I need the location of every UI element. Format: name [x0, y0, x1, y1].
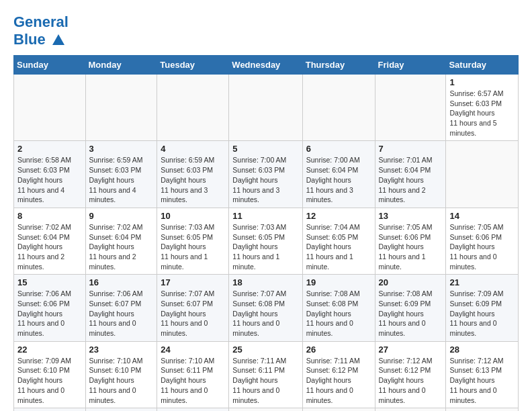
- day-info: Sunrise: 7:09 AMSunset: 6:09 PMDaylight …: [449, 289, 515, 338]
- day-info: Sunrise: 7:07 AMSunset: 6:07 PMDaylight …: [161, 289, 225, 338]
- day-number: 6: [306, 144, 371, 154]
- dow-monday: Monday: [85, 56, 157, 75]
- day-number: 18: [232, 277, 298, 287]
- logo-blue: Blue: [13, 31, 46, 48]
- calendar-cell: 23Sunrise: 7:10 AMSunset: 6:10 PMDayligh…: [85, 341, 157, 408]
- day-info: Sunrise: 7:10 AMSunset: 6:11 PMDaylight …: [161, 356, 225, 405]
- logo: General Blue: [13, 13, 69, 48]
- calendar-cell: 8Sunrise: 7:02 AMSunset: 6:04 PMDaylight…: [14, 208, 86, 274]
- calendar-cell: 17Sunrise: 7:07 AMSunset: 6:07 PMDayligh…: [157, 275, 229, 341]
- day-number: 24: [161, 345, 225, 355]
- calendar-cell: 7Sunrise: 7:01 AMSunset: 6:04 PMDaylight…: [375, 141, 446, 208]
- day-number: 22: [17, 345, 82, 355]
- day-number: 13: [379, 211, 443, 221]
- day-number: 20: [379, 277, 443, 287]
- dow-wednesday: Wednesday: [229, 56, 302, 75]
- day-info: Sunrise: 7:07 AMSunset: 6:08 PMDaylight …: [232, 289, 298, 338]
- day-number: 28: [449, 345, 515, 355]
- week-row-3: 15Sunrise: 7:06 AMSunset: 6:06 PMDayligh…: [14, 275, 519, 341]
- calendar-cell: 30Sunrise: 7:13 AMSunset: 6:14 PMDayligh…: [85, 408, 157, 411]
- day-number: 11: [232, 211, 298, 221]
- day-number: 25: [232, 345, 298, 355]
- svg-marker-0: [52, 34, 64, 45]
- calendar-cell: 20Sunrise: 7:08 AMSunset: 6:09 PMDayligh…: [375, 275, 446, 341]
- calendar-cell: [375, 75, 446, 141]
- week-row-4: 22Sunrise: 7:09 AMSunset: 6:10 PMDayligh…: [14, 341, 519, 408]
- day-number: 2: [17, 144, 82, 154]
- calendar-cell: 9Sunrise: 7:02 AMSunset: 6:04 PMDaylight…: [85, 208, 157, 274]
- calendar-cell: [302, 75, 375, 141]
- calendar-cell: 28Sunrise: 7:12 AMSunset: 6:13 PMDayligh…: [446, 341, 519, 408]
- week-row-1: 2Sunrise: 6:58 AMSunset: 6:03 PMDaylight…: [14, 141, 519, 208]
- calendar-cell: [157, 75, 229, 141]
- week-row-2: 8Sunrise: 7:02 AMSunset: 6:04 PMDaylight…: [14, 208, 519, 274]
- day-info: Sunrise: 7:03 AMSunset: 6:05 PMDaylight …: [232, 222, 298, 271]
- day-info: Sunrise: 7:12 AMSunset: 6:12 PMDaylight …: [379, 356, 443, 405]
- day-info: Sunrise: 7:05 AMSunset: 6:06 PMDaylight …: [379, 222, 443, 271]
- day-number: 19: [306, 277, 371, 287]
- day-number: 5: [232, 144, 298, 154]
- calendar-cell: 11Sunrise: 7:03 AMSunset: 6:05 PMDayligh…: [229, 208, 302, 274]
- dow-tuesday: Tuesday: [157, 56, 229, 75]
- day-info: Sunrise: 7:03 AMSunset: 6:05 PMDaylight …: [161, 222, 225, 271]
- calendar-cell: [302, 408, 375, 411]
- day-info: Sunrise: 7:06 AMSunset: 6:07 PMDaylight …: [89, 289, 154, 338]
- calendar-table: SundayMondayTuesdayWednesdayThursdayFrid…: [13, 55, 519, 411]
- day-number: 9: [89, 211, 154, 221]
- calendar-cell: 18Sunrise: 7:07 AMSunset: 6:08 PMDayligh…: [229, 275, 302, 341]
- day-info: Sunrise: 7:04 AMSunset: 6:05 PMDaylight …: [306, 222, 371, 271]
- day-info: Sunrise: 7:00 AMSunset: 6:04 PMDaylight …: [306, 155, 371, 204]
- calendar-body: 1Sunrise: 6:57 AMSunset: 6:03 PMDaylight…: [14, 75, 519, 412]
- calendar-cell: 10Sunrise: 7:03 AMSunset: 6:05 PMDayligh…: [157, 208, 229, 274]
- logo-icon: [51, 33, 66, 48]
- day-info: Sunrise: 7:10 AMSunset: 6:10 PMDaylight …: [89, 356, 154, 405]
- day-info: Sunrise: 7:08 AMSunset: 6:09 PMDaylight …: [379, 289, 443, 338]
- day-info: Sunrise: 6:57 AMSunset: 6:03 PMDaylight …: [449, 89, 515, 138]
- day-info: Sunrise: 6:58 AMSunset: 6:03 PMDaylight …: [17, 155, 82, 204]
- calendar-cell: 5Sunrise: 7:00 AMSunset: 6:03 PMDaylight…: [229, 141, 302, 208]
- calendar-cell: [85, 75, 157, 141]
- page-header: General Blue: [13, 13, 519, 48]
- day-number: 15: [17, 277, 82, 287]
- day-info: Sunrise: 7:08 AMSunset: 6:08 PMDaylight …: [306, 289, 371, 338]
- calendar-cell: 22Sunrise: 7:09 AMSunset: 6:10 PMDayligh…: [14, 341, 86, 408]
- calendar-cell: 25Sunrise: 7:11 AMSunset: 6:11 PMDayligh…: [229, 341, 302, 408]
- calendar-cell: 1Sunrise: 6:57 AMSunset: 6:03 PMDaylight…: [446, 75, 519, 141]
- calendar-cell: 29Sunrise: 7:13 AMSunset: 6:13 PMDayligh…: [14, 408, 86, 411]
- day-info: Sunrise: 7:00 AMSunset: 6:03 PMDaylight …: [232, 155, 298, 204]
- day-number: 26: [306, 345, 371, 355]
- day-number: 14: [449, 211, 515, 221]
- calendar-cell: 19Sunrise: 7:08 AMSunset: 6:08 PMDayligh…: [302, 275, 375, 341]
- calendar-cell: [229, 408, 302, 411]
- calendar-cell: 12Sunrise: 7:04 AMSunset: 6:05 PMDayligh…: [302, 208, 375, 274]
- day-number: 4: [161, 144, 225, 154]
- day-number: 27: [379, 345, 443, 355]
- calendar-cell: 6Sunrise: 7:00 AMSunset: 6:04 PMDaylight…: [302, 141, 375, 208]
- day-number: 23: [89, 345, 154, 355]
- day-number: 16: [89, 277, 154, 287]
- day-info: Sunrise: 7:05 AMSunset: 6:06 PMDaylight …: [449, 222, 515, 271]
- calendar-cell: 4Sunrise: 6:59 AMSunset: 6:03 PMDaylight…: [157, 141, 229, 208]
- logo-text: General Blue: [13, 13, 69, 48]
- day-info: Sunrise: 7:11 AMSunset: 6:11 PMDaylight …: [232, 356, 298, 405]
- logo-general: General: [13, 13, 69, 30]
- day-info: Sunrise: 7:09 AMSunset: 6:10 PMDaylight …: [17, 356, 82, 405]
- day-of-week-header: SundayMondayTuesdayWednesdayThursdayFrid…: [14, 56, 519, 75]
- day-number: 1: [449, 77, 515, 87]
- dow-saturday: Saturday: [446, 56, 519, 75]
- calendar-cell: 13Sunrise: 7:05 AMSunset: 6:06 PMDayligh…: [375, 208, 446, 274]
- calendar-cell: [229, 75, 302, 141]
- week-row-0: 1Sunrise: 6:57 AMSunset: 6:03 PMDaylight…: [14, 75, 519, 141]
- calendar-cell: [14, 75, 86, 141]
- calendar-cell: 21Sunrise: 7:09 AMSunset: 6:09 PMDayligh…: [446, 275, 519, 341]
- calendar-cell: [446, 141, 519, 208]
- day-number: 3: [89, 144, 154, 154]
- day-info: Sunrise: 7:12 AMSunset: 6:13 PMDaylight …: [449, 356, 515, 405]
- calendar-cell: 2Sunrise: 6:58 AMSunset: 6:03 PMDaylight…: [14, 141, 86, 208]
- day-info: Sunrise: 7:11 AMSunset: 6:12 PMDaylight …: [306, 356, 371, 405]
- calendar-cell: 27Sunrise: 7:12 AMSunset: 6:12 PMDayligh…: [375, 341, 446, 408]
- calendar-cell: 26Sunrise: 7:11 AMSunset: 6:12 PMDayligh…: [302, 341, 375, 408]
- day-info: Sunrise: 7:02 AMSunset: 6:04 PMDaylight …: [17, 222, 82, 271]
- day-number: 21: [449, 277, 515, 287]
- calendar-cell: [375, 408, 446, 411]
